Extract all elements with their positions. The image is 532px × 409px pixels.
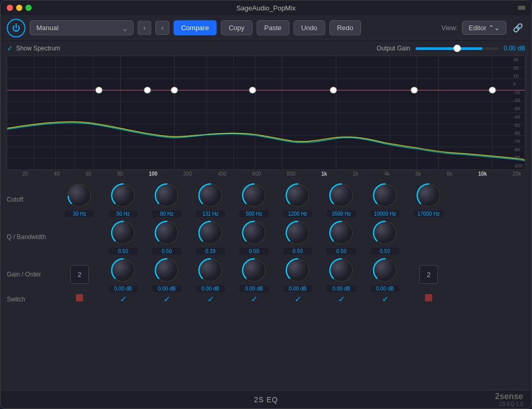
cutoff-knob-label-1: 50 Hz (109, 210, 138, 217)
show-spectrum-toggle[interactable]: ✓ Show Spectrum (7, 44, 60, 52)
link-icon[interactable]: 🔗 (511, 21, 525, 35)
q-knob-0[interactable]: 0.50 (102, 219, 144, 255)
window-title: SageAudio_PopMix (236, 4, 296, 12)
switch-item-2[interactable]: ✓ (146, 294, 188, 304)
svg-point-28 (249, 87, 256, 93)
gain-knob-6[interactable]: 0.00 dB (364, 257, 406, 292)
q-knob-3[interactable]: 0.50 (233, 219, 275, 255)
knob-svg (371, 219, 398, 246)
knob-svg (197, 182, 224, 209)
nav-back-button[interactable]: ‹ (138, 21, 151, 35)
q-knob-label-2: 0.39 (196, 248, 225, 255)
gain-knob-0[interactable]: 0.00 dB (102, 257, 144, 292)
spectrum-check-icon: ✓ (7, 44, 13, 52)
knob-svg (328, 257, 355, 284)
version-label: 2S EQ 1.0 (499, 401, 523, 407)
cutoff-knob-label-3: 131 Hz (196, 210, 225, 217)
switch-item-5[interactable]: ✓ (277, 294, 318, 304)
view-dropdown[interactable]: Editor ⌃⌄ (462, 21, 507, 35)
svg-point-60 (329, 220, 354, 245)
switch-check-2: ✓ (164, 294, 170, 304)
svg-point-31 (489, 87, 496, 93)
show-spectrum-label: Show Spectrum (16, 45, 60, 52)
cutoff-knob-8[interactable]: 17000 Hz (408, 182, 449, 217)
switch-item-7[interactable]: ✓ (364, 294, 406, 304)
gain-knob-2[interactable]: 0.00 dB (190, 257, 231, 292)
knob-svg (110, 219, 137, 246)
gain-knob-label-1: 0.00 dB (152, 285, 181, 292)
main-content: ✓ Show Spectrum Output Gain 0.00 dB (1, 41, 531, 390)
q-knob-1[interactable]: 0.50 (146, 219, 188, 255)
db-labels: 30 20 10 0 -10 -20 -30 -40 -50 -60 -70 -… (513, 56, 523, 169)
svg-point-70 (242, 258, 267, 283)
title-bar: SageAudio_PopMix (1, 1, 531, 15)
svg-point-68 (198, 258, 223, 283)
knob-svg (371, 182, 398, 209)
cutoff-knob-5[interactable]: 1200 Hz (277, 182, 318, 217)
svg-point-58 (285, 220, 310, 245)
copy-button[interactable]: Copy (221, 20, 252, 35)
q-knob-label-3: 0.50 (240, 248, 269, 255)
order-right[interactable]: 2 (419, 265, 438, 284)
switch-item-1[interactable]: ✓ (102, 294, 144, 304)
preset-dropdown[interactable]: Manual (30, 20, 134, 35)
maximize-btn[interactable] (25, 5, 32, 11)
compare-button[interactable]: Compare (174, 20, 217, 35)
svg-point-74 (329, 258, 354, 283)
cutoff-knob-3[interactable]: 131 Hz (190, 182, 231, 217)
window-right-control[interactable] (518, 6, 525, 10)
svg-point-72 (285, 258, 310, 283)
switch-item-0[interactable] (59, 294, 100, 304)
svg-point-27 (171, 87, 177, 93)
paste-button[interactable]: Paste (257, 20, 289, 35)
svg-point-34 (111, 183, 136, 208)
q-knob-5[interactable]: 0.50 (321, 219, 362, 255)
svg-point-52 (154, 220, 179, 245)
cutoff-knob-6[interactable]: 3500 Hz (321, 182, 362, 217)
gain-knob-5[interactable]: 0.00 dB (321, 257, 362, 292)
order-left[interactable]: 2 (70, 265, 89, 284)
knob-svg (197, 257, 224, 284)
cutoff-knob-label-6: 3500 Hz (327, 210, 356, 217)
view-label: View: (441, 24, 458, 32)
controls-section: Cutoff 30 Hz 50 Hz (1, 178, 531, 390)
redo-button[interactable]: Redo (329, 20, 361, 35)
output-gain-slider[interactable] (416, 47, 499, 50)
knob-svg (153, 182, 180, 209)
svg-point-40 (242, 183, 267, 208)
knob-svg (371, 257, 398, 284)
eq-canvas[interactable]: 30 20 10 0 -10 -20 -30 -40 -50 -60 -70 -… (7, 56, 525, 170)
q-knob-6[interactable]: 0.50 (364, 219, 406, 255)
cutoff-knob-label-0: 30 Hz (65, 210, 94, 217)
power-button[interactable]: ⏻ (7, 19, 25, 37)
switch-item-6[interactable]: ✓ (321, 294, 362, 304)
switch-item-3[interactable]: ✓ (190, 294, 231, 304)
gain-knob-4[interactable]: 0.00 dB (277, 257, 318, 292)
undo-button[interactable]: Undo (294, 20, 325, 35)
cutoff-knob-2[interactable]: 80 Hz (146, 182, 188, 217)
cutoff-knob-label-2: 80 Hz (152, 210, 181, 217)
output-gain-label: Output Gain (377, 45, 410, 52)
gain-knob-3[interactable]: 0.00 dB (233, 257, 275, 292)
cutoff-knob-7[interactable]: 10000 Hz (364, 182, 406, 217)
nav-fwd-button[interactable]: › (155, 21, 169, 35)
cutoff-knob-4[interactable]: 500 Hz (233, 182, 275, 217)
svg-point-38 (198, 183, 223, 208)
q-knob-label-0: 0.50 (109, 248, 138, 255)
gain-knob-label-5: 0.00 dB (327, 285, 356, 292)
freq-labels: 20 40 60 80 100 200 400 600 800 1k 2k 4k… (7, 170, 525, 178)
gain-knob-1[interactable]: 0.00 dB (146, 257, 188, 292)
q-knob-2[interactable]: 0.39 (190, 219, 231, 255)
svg-point-50 (111, 220, 136, 245)
cutoff-knob-label-4: 500 Hz (240, 210, 269, 217)
cutoff-knob-0[interactable]: 30 Hz (59, 182, 100, 217)
switch-item-8[interactable] (408, 294, 449, 304)
switch-check-4: ✓ (251, 294, 258, 304)
switch-item-4[interactable]: ✓ (233, 294, 275, 304)
gain-knob-label-4: 0.00 dB (283, 285, 312, 292)
close-btn[interactable] (7, 5, 13, 11)
q-knob-4[interactable]: 0.50 (277, 219, 318, 255)
minimize-btn[interactable] (16, 5, 22, 11)
cutoff-knob-1[interactable]: 50 Hz (102, 182, 144, 217)
switch-check-3: ✓ (207, 294, 214, 304)
